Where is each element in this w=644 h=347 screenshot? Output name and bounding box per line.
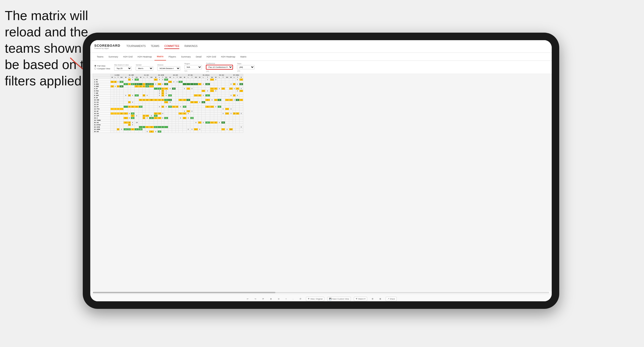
matrix-cell bbox=[186, 101, 190, 103]
nav-teams[interactable]: TEAMS bbox=[151, 44, 159, 49]
region-select[interactable]: N/A West East bbox=[184, 65, 202, 69]
subnav-detail[interactable]: Detail bbox=[193, 53, 204, 61]
nav-committee[interactable]: COMMITTEE bbox=[164, 44, 179, 49]
subnav-summary1[interactable]: Summary bbox=[106, 53, 121, 61]
matrix-cell bbox=[179, 92, 183, 94]
ucla-t: T bbox=[205, 76, 210, 79]
settings-button[interactable]: ⚙ bbox=[370, 297, 375, 301]
subnav-matrix2[interactable]: Matrix bbox=[238, 53, 249, 61]
col-uo: 24. UO bbox=[168, 74, 183, 76]
plus-button[interactable]: + bbox=[284, 297, 288, 301]
subnav-h2hgrid1[interactable]: H2H Grid bbox=[121, 53, 135, 61]
minus-button[interactable]: - bbox=[291, 297, 295, 301]
subnav-players[interactable]: Players bbox=[166, 53, 179, 61]
table-row: 10. UW130W113032417320166120511 bbox=[93, 99, 243, 101]
reload-button[interactable]: ⟳ bbox=[261, 297, 266, 301]
matrix-cell bbox=[183, 90, 186, 92]
matrix-cell bbox=[210, 108, 214, 110]
conference-select[interactable]: Pac-12 Conference ▾ (All) bbox=[206, 65, 233, 70]
subnav-h2hheatmap1[interactable]: H2H Heatmap bbox=[135, 53, 154, 61]
uo-t: T bbox=[176, 76, 179, 79]
row-label-cell: 10. UW bbox=[93, 99, 111, 101]
matrix-cell bbox=[172, 94, 176, 97]
subnav-h2hgrid2[interactable]: H2H Grid bbox=[204, 53, 219, 61]
zoom-in-button[interactable]: ⊙ bbox=[276, 297, 281, 301]
matrix-cell bbox=[194, 81, 198, 83]
gender-select[interactable]: Men's Women's bbox=[136, 66, 153, 71]
matrix-cell bbox=[229, 122, 233, 124]
matrix-cell bbox=[157, 101, 161, 103]
add-button[interactable]: ⊕ bbox=[269, 297, 273, 301]
division-select[interactable]: NCAA Division I NCAA Division II NCAA Di… bbox=[157, 66, 180, 71]
matrix-cell bbox=[128, 99, 131, 101]
matrix-cell bbox=[176, 90, 179, 92]
matrix-cell bbox=[154, 124, 158, 126]
watch-button[interactable]: 👁 Watch ▾ bbox=[354, 297, 367, 301]
matrix-cell bbox=[183, 94, 186, 97]
matrix-cell bbox=[145, 128, 149, 131]
ucb-w: W bbox=[154, 76, 158, 79]
full-view-radio[interactable]: Full View bbox=[94, 65, 110, 67]
matrix-cell bbox=[149, 103, 154, 106]
subnav-teams[interactable]: Teams bbox=[94, 53, 106, 61]
matrix-cell: 22 bbox=[139, 106, 143, 108]
matrix-cell: 0 bbox=[128, 128, 131, 131]
matrix-cell bbox=[198, 99, 202, 101]
matrix-cell: 1 bbox=[214, 99, 218, 101]
matrix-cell bbox=[217, 97, 221, 99]
matrix-cell bbox=[142, 101, 145, 103]
matrix-cell bbox=[164, 103, 168, 106]
max-teams-select[interactable]: Top 25 Top 10 Top 50 bbox=[114, 66, 132, 71]
matrix-cell: 2 bbox=[205, 106, 210, 108]
matrix-cell bbox=[239, 115, 243, 117]
matrix-content[interactable]: 3. ASU 10. UW 11. UA 22. UCB 24. UO 27. … bbox=[90, 74, 552, 291]
matrix-cell: 0 bbox=[131, 101, 134, 103]
matrix-cell: 0 bbox=[142, 85, 145, 88]
view-original-button[interactable]: 👁 View: Original bbox=[306, 297, 324, 301]
matrix-cell bbox=[164, 124, 168, 126]
matrix-cell: 0 bbox=[179, 117, 183, 119]
team-select[interactable]: (All) bbox=[237, 65, 255, 69]
subnav-h2hheatmap2[interactable]: H2H Heatmap bbox=[218, 53, 238, 61]
undo-button[interactable]: ↩ bbox=[245, 297, 250, 301]
uu-l: L bbox=[217, 76, 221, 79]
matrix-cell bbox=[190, 112, 194, 115]
matrix-cell bbox=[214, 81, 218, 83]
matrix-cell bbox=[111, 122, 114, 124]
timer-button[interactable]: ⏱ bbox=[298, 297, 303, 301]
matrix-cell bbox=[194, 90, 198, 92]
conference-filter: Conference Pac-12 Conference ▾ (All) (Al… bbox=[206, 63, 233, 72]
subnav-summary2[interactable]: Summary bbox=[179, 53, 193, 61]
matrix-cell bbox=[134, 119, 139, 122]
nav-tournaments[interactable]: TOURNAMENTS bbox=[126, 44, 146, 49]
nav-rankings[interactable]: RANKINGS bbox=[184, 44, 197, 49]
expand-button[interactable]: ⊞ bbox=[378, 297, 383, 301]
matrix-cell: 0 bbox=[168, 88, 172, 90]
matrix-cell bbox=[145, 106, 149, 108]
matrix-cell bbox=[134, 124, 139, 126]
matrix-cell bbox=[131, 90, 134, 92]
matrix-cell bbox=[210, 115, 214, 117]
matrix-cell: 1 bbox=[210, 122, 214, 124]
matrix-cell bbox=[198, 90, 202, 92]
matrix-cell bbox=[142, 108, 145, 110]
uu-t: T bbox=[221, 76, 225, 79]
share-button[interactable]: ↗ Share bbox=[386, 297, 397, 301]
subnav-matrix1[interactable]: Matrix bbox=[154, 53, 166, 61]
compact-view-radio[interactable]: Compact View bbox=[94, 68, 110, 70]
uu-dif: Dif bbox=[225, 76, 229, 79]
scrollbar-thumb[interactable] bbox=[93, 292, 275, 293]
logo-title: SCOREBOARD bbox=[94, 44, 120, 47]
matrix-cell bbox=[210, 81, 214, 83]
uw-t: T bbox=[131, 76, 134, 79]
scrollbar-track[interactable] bbox=[93, 292, 549, 293]
matrix-cell bbox=[119, 124, 124, 126]
save-custom-view-button[interactable]: 💾 Save Custom View bbox=[327, 297, 351, 301]
matrix-cell bbox=[233, 122, 236, 124]
table-row: 14. TTU010 bbox=[93, 108, 243, 110]
matrix-cell bbox=[198, 110, 202, 112]
matrix-cell bbox=[124, 85, 128, 88]
matrix-cell bbox=[149, 101, 154, 103]
redo-button[interactable]: ↪ bbox=[253, 297, 258, 301]
matrix-cell bbox=[111, 90, 114, 92]
